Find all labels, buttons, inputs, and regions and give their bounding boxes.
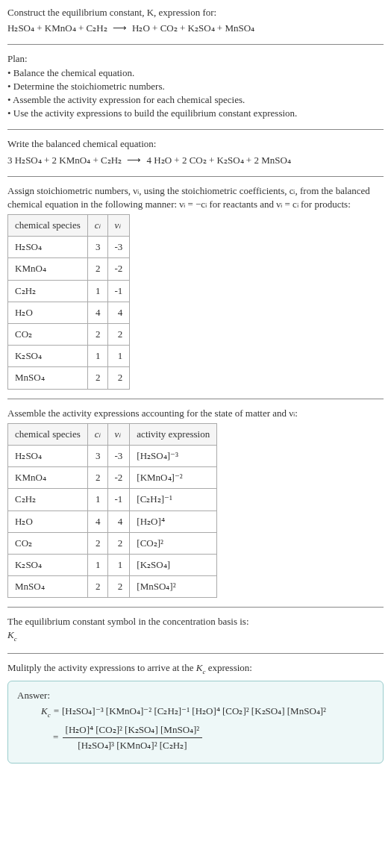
cell-species: H₂SO₄: [8, 237, 88, 258]
prompt-text: Construct the equilibrium constant, K, e…: [7, 7, 216, 18]
col-species: chemical species: [8, 423, 88, 445]
kc-fraction-line: Kc = [H₂O]⁴ [CO₂]² [K₂SO₄] [MnSO₄]² [H₂S…: [17, 722, 374, 753]
cell-vi: 4: [107, 302, 130, 323]
eq-rhs: 4 H₂O + 2 CO₂ + K₂SO₄ + 2 MnSO₄: [147, 154, 291, 166]
plan-item-text: Balance the chemical equation.: [13, 67, 134, 78]
table-row: K₂SO₄11[K₂SO₄]: [8, 554, 217, 575]
table-row: CO₂22: [8, 324, 130, 346]
eq-lhs: H₂SO₄ + KMnO₄ + C₂H₂: [7, 22, 107, 34]
equals-sign: =: [53, 731, 58, 742]
plan-item: • Balance the chemical equation.: [7, 66, 384, 80]
kc-prefix: Kc =: [41, 705, 60, 716]
cell-species: H₂O: [8, 511, 88, 532]
table-row: C₂H₂1-1[C₂H₂]⁻¹: [8, 489, 217, 511]
cell-species: C₂H₂: [8, 280, 88, 302]
plan-item-text: Use the activity expressions to build th…: [13, 107, 298, 119]
divider: [7, 607, 384, 608]
balanced-equation: 3 H₂SO₄ + 2 KMnO₄ + C₂H₂ ⟶ 4 H₂O + 2 CO₂…: [7, 154, 384, 167]
table-row: CO₂22[CO₂]²: [8, 532, 217, 554]
divider: [7, 44, 384, 45]
table-row: KMnO₄2-2: [8, 258, 130, 280]
table-row: H₂SO₄3-3[H₂SO₄]⁻³: [8, 445, 217, 466]
cell-vi: -1: [107, 280, 130, 302]
plan-item: • Assemble the activity expression for e…: [7, 93, 384, 107]
vi-header: νᵢ: [115, 428, 121, 440]
cell-activity: [K₂SO₄]: [130, 554, 217, 575]
reaction-arrow-icon: ⟶: [127, 154, 141, 167]
plan-item-text: Determine the stoichiometric numbers.: [13, 81, 165, 92]
cell-ci: 2: [87, 532, 107, 554]
table-row: KMnO₄2-2[KMnO₄]⁻²: [8, 467, 217, 489]
col-activity: activity expression: [130, 423, 217, 445]
table-row: H₂O44: [8, 302, 130, 323]
stoich-section: Assign stoichiometric numbers, νᵢ, using…: [7, 184, 384, 390]
basis-line1: The equilibrium constant symbol in the c…: [7, 615, 384, 628]
cell-species: MnSO₄: [8, 576, 88, 598]
cell-activity: [MnSO₄]²: [130, 576, 217, 598]
col-ci: cᵢ: [87, 423, 107, 445]
cell-activity: [H₂O]⁴: [130, 511, 217, 532]
cell-species: K₂SO₄: [8, 554, 88, 575]
cell-ci: 1: [87, 554, 107, 575]
col-vi: νᵢ: [107, 423, 130, 445]
col-ci: cᵢ: [87, 215, 107, 237]
cell-vi: 4: [107, 511, 130, 532]
table-row: K₂SO₄11: [8, 346, 130, 367]
stoich-intro: Assign stoichiometric numbers, νᵢ, using…: [7, 184, 384, 211]
answer-box: Answer: Kc = [H₂SO₄]⁻³ [KMnO₄]⁻² [C₂H₂]⁻…: [7, 681, 384, 764]
activity-section: Assemble the activity expressions accoun…: [7, 407, 384, 599]
eq-rhs: H₂O + CO₂ + K₂SO₄ + MnSO₄: [132, 22, 254, 34]
plan-item: • Determine the stoichiometric numbers.: [7, 80, 384, 93]
divider: [7, 129, 384, 130]
cell-species: H₂O: [8, 302, 88, 323]
kc-fraction: [H₂O]⁴ [CO₂]² [K₂SO₄] [MnSO₄]² [H₂SO₄]³ …: [63, 722, 203, 753]
divider: [7, 399, 384, 399]
cell-ci: 1: [87, 489, 107, 511]
cell-ci: 1: [87, 346, 107, 367]
cell-vi: 1: [107, 554, 130, 575]
cell-vi: -3: [107, 237, 130, 258]
cell-species: KMnO₄: [8, 467, 88, 489]
table-header-row: chemical species cᵢ νᵢ: [8, 215, 130, 237]
cell-vi: -2: [107, 467, 130, 489]
final-intro: Mulitply the activity expressions to arr…: [7, 661, 384, 676]
col-vi: νᵢ: [107, 215, 130, 237]
cell-vi: 1: [107, 346, 130, 367]
table-header-row: chemical species cᵢ νᵢ activity expressi…: [8, 423, 217, 445]
kc-frac-num: [H₂O]⁴ [CO₂]² [K₂SO₄] [MnSO₄]²: [63, 722, 203, 738]
cell-vi: -1: [107, 489, 130, 511]
cell-species: H₂SO₄: [8, 445, 88, 466]
cell-activity: [H₂SO₄]⁻³: [130, 445, 217, 466]
kc-product: [H₂SO₄]⁻³ [KMnO₄]⁻² [C₂H₂]⁻¹ [H₂O]⁴ [CO₂…: [62, 705, 326, 716]
col-species: chemical species: [8, 215, 88, 237]
cell-ci: 2: [87, 576, 107, 598]
table-row: MnSO₄22[MnSO₄]²: [8, 576, 217, 598]
ci-header: cᵢ: [95, 219, 101, 231]
answer-label: Answer:: [17, 689, 374, 702]
cell-ci: 1: [87, 280, 107, 302]
cell-ci: 3: [87, 237, 107, 258]
eq-lhs: 3 H₂SO₄ + 2 KMnO₄ + C₂H₂: [7, 154, 122, 166]
stoich-table: chemical species cᵢ νᵢ H₂SO₄3-3 KMnO₄2-2…: [7, 214, 130, 390]
cell-ci: 4: [87, 511, 107, 532]
cell-activity: [C₂H₂]⁻¹: [130, 489, 217, 511]
balanced-section: Write the balanced chemical equation: 3 …: [7, 137, 384, 166]
cell-ci: 2: [87, 324, 107, 346]
basis-section: The equilibrium constant symbol in the c…: [7, 615, 384, 644]
cell-species: KMnO₄: [8, 258, 88, 280]
cell-species: MnSO₄: [8, 367, 88, 389]
cell-vi: 2: [107, 576, 130, 598]
final-section: Mulitply the activity expressions to arr…: [7, 661, 384, 764]
cell-vi: -2: [107, 258, 130, 280]
cell-species: C₂H₂: [8, 489, 88, 511]
kc-symbol: Kc: [7, 628, 384, 643]
table-row: H₂O44[H₂O]⁴: [8, 511, 217, 532]
cell-species: K₂SO₄: [8, 346, 88, 367]
kc-frac-den: [H₂SO₄]³ [KMnO₄]² [C₂H₂]: [63, 738, 203, 753]
vi-header: νᵢ: [115, 219, 121, 231]
cell-activity: [KMnO₄]⁻²: [130, 467, 217, 489]
prompt-line1: Construct the equilibrium constant, K, e…: [7, 6, 384, 19]
ci-header: cᵢ: [95, 428, 101, 440]
cell-species: CO₂: [8, 324, 88, 346]
activity-intro: Assemble the activity expressions accoun…: [7, 407, 384, 420]
